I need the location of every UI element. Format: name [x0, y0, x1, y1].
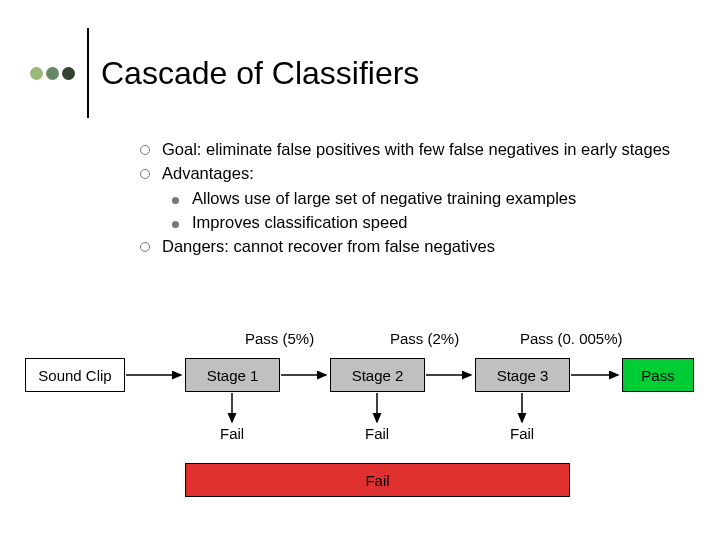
subbullet-marker [172, 187, 192, 209]
subbullet-text: Allows use of large set of negative trai… [192, 187, 576, 209]
subbullet-adv-2: Improves classification speed [172, 211, 680, 233]
bullet-marker [140, 162, 162, 184]
bullet-goal: Goal: eliminate false positives with few… [140, 138, 680, 160]
subbullet-marker [172, 211, 192, 233]
bullet-marker [140, 235, 162, 257]
decoration-dots [30, 67, 75, 80]
dot-3 [62, 67, 75, 80]
subbullet-adv-1: Allows use of large set of negative trai… [172, 187, 680, 209]
bullet-list: Goal: eliminate false positives with few… [140, 138, 680, 259]
dot-1 [30, 67, 43, 80]
slide-header: Cascade of Classifiers [30, 28, 419, 118]
slide-title: Cascade of Classifiers [101, 55, 419, 92]
bullet-advantages: Advantages: [140, 162, 680, 184]
arrows [0, 330, 720, 530]
bullet-text: Dangers: cannot recover from false negat… [162, 235, 495, 257]
cascade-diagram: Pass (5%) Pass (2%) Pass (0. 005%) Sound… [0, 330, 720, 530]
subbullet-text: Improves classification speed [192, 211, 408, 233]
bullet-text: Goal: eliminate false positives with few… [162, 138, 670, 160]
bullet-marker [140, 138, 162, 160]
bullet-dangers: Dangers: cannot recover from false negat… [140, 235, 680, 257]
title-divider [87, 28, 89, 118]
dot-2 [46, 67, 59, 80]
bullet-text: Advantages: [162, 162, 254, 184]
